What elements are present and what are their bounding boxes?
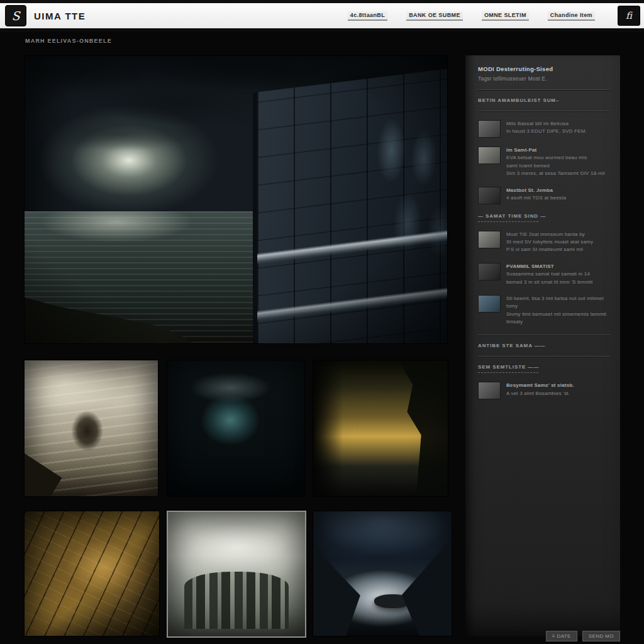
comment-line: EVA betsat muu wurmed beau mis	[506, 154, 605, 162]
comment-item[interactable]: Im Samt-Pat EVA betsat muu wurmed beau m…	[478, 147, 610, 178]
comment-item[interactable]: PVAMMIL SMATIST Svasamima samat tvat sam…	[478, 263, 610, 286]
thumbnail-snow-valley[interactable]	[313, 511, 452, 636]
comment-line: 4 asoft mit TDS at beesta	[506, 194, 566, 202]
nav-link-4[interactable]: Chandine Item	[548, 11, 595, 21]
comment-thumbnail	[478, 295, 501, 313]
thumbnail-gold-marble-abstract[interactable]	[24, 511, 160, 636]
comment-line: A vet 3 almt Besambies 'st.	[506, 390, 574, 397]
comment-line: bemed 3 m sit smat tit imm 'S timmilt	[506, 279, 592, 286]
header-nav: 4c.8ttaanBL BANK OE SUBME OMNE SLETIM Ch…	[348, 11, 595, 21]
nav-link-1[interactable]: 4c.8ttaanBL	[348, 11, 387, 21]
comment-item[interactable]: Mits Bassat bill im Betrosa In heust 3 E…	[478, 120, 610, 138]
thumbnail-dark-portrait[interactable]	[167, 360, 305, 497]
sidebar-subtitle: Tagsr tellimusseuer Most E.	[478, 75, 610, 82]
comment-author: Im Samt-Pat	[506, 147, 605, 154]
comment-item[interactable]: Sti beemt, tisa 3 imt betsa not oot mili…	[478, 295, 610, 326]
date-button[interactable]: ≡ DATE	[546, 631, 577, 641]
comment-item[interactable]: Besymamt Sams' st slatsb. A vet 3 almt B…	[478, 382, 610, 399]
comment-line: Must TIE 2sat immseum hanta by	[506, 231, 593, 238]
divider	[478, 89, 610, 90]
comment-thumbnail	[478, 263, 501, 280]
hero-artwork-stormy-seascape[interactable]	[24, 55, 448, 344]
dashed-underline	[478, 221, 538, 222]
page-section-title: MARH EELIVAS-ONBEELE	[25, 38, 112, 44]
account-button[interactable]: fi	[618, 6, 640, 26]
comment-thumbnail	[478, 231, 501, 248]
divider	[478, 335, 610, 335]
comment-thumbnail	[478, 187, 501, 204]
sidebar-section-b2-header[interactable]: SEM SEMTLISTE ——	[478, 364, 610, 370]
footer-buttons: ≡ DATE SEND MO	[546, 631, 620, 641]
comment-line: In heust 3 EDUT DIPE, SVD FEM.	[506, 128, 587, 135]
comment-thumbnail	[478, 147, 501, 164]
comment-line: samt tvamt bemed	[506, 162, 605, 170]
comment-line: St med SV tubytteis muast atat samy	[506, 238, 593, 246]
sidebar-section-b-header[interactable]: ANTIBE STE SAMA ——	[478, 343, 610, 348]
thumbnail-valley-rock	[374, 594, 411, 608]
dashed-underline	[478, 372, 538, 373]
comments-sidebar: MODI Desterruting-Sised Tagsr tellimusse…	[465, 55, 620, 636]
comment-item[interactable]: Mastbot St. Jemba 4 asoft mit TDS at bee…	[478, 187, 610, 204]
send-button[interactable]: SEND MO	[582, 631, 620, 641]
sidebar-title: MODI Desterruting-Sised	[478, 65, 610, 72]
top-header-bar: S UIMA TTE 4c.8ttaanBL BANK OE SUBME OMN…	[0, 0, 644, 32]
sidebar-mid-header[interactable]: — SAMAT TIME SIND —	[478, 213, 610, 219]
comment-thumbnail	[478, 382, 501, 399]
comment-line: Sivmy timt bemuset mil simememis temmit …	[506, 311, 610, 326]
comment-line: Sim 3 meres, at sesa Tamsemt DIV 18-mil	[506, 170, 605, 177]
divider	[478, 356, 610, 357]
site-title: UIMA TTE	[34, 11, 86, 21]
comment-line: Sti beemt, tisa 3 imt betsa not oot mili…	[506, 295, 610, 311]
comment-line: Svasamima samat tvat samati m 14	[506, 270, 592, 278]
thumbnail-robed-figures[interactable]	[167, 511, 306, 638]
comment-author: Besymamt Sams' st slatsb.	[506, 382, 574, 389]
comment-thumbnail	[478, 120, 501, 138]
nav-link-3[interactable]: OMNE SLETIM	[482, 11, 529, 21]
comment-line: P.S vi sam St imatteumt sami mil	[506, 246, 593, 253]
comment-author: Mastbot St. Jemba	[506, 187, 566, 194]
divider	[478, 111, 610, 111]
thumbnail-tower-golden-sky[interactable]	[313, 360, 448, 497]
nav-link-2[interactable]: BANK OE SUBME	[406, 11, 463, 21]
comment-item[interactable]: Must TIE 2sat immseum hanta by St med SV…	[478, 231, 610, 254]
comment-author: PVAMMIL SMATIST	[506, 263, 592, 270]
sidebar-section-a-header[interactable]: BETIN AMAMBULEIST SUM–	[478, 97, 610, 103]
thumbnail-snow-wanderer[interactable]	[24, 360, 158, 497]
site-logo-icon[interactable]: S	[5, 5, 26, 26]
hero-vignette	[25, 56, 447, 343]
comment-line: Mits Bassat bill im Betrosa	[506, 120, 587, 128]
